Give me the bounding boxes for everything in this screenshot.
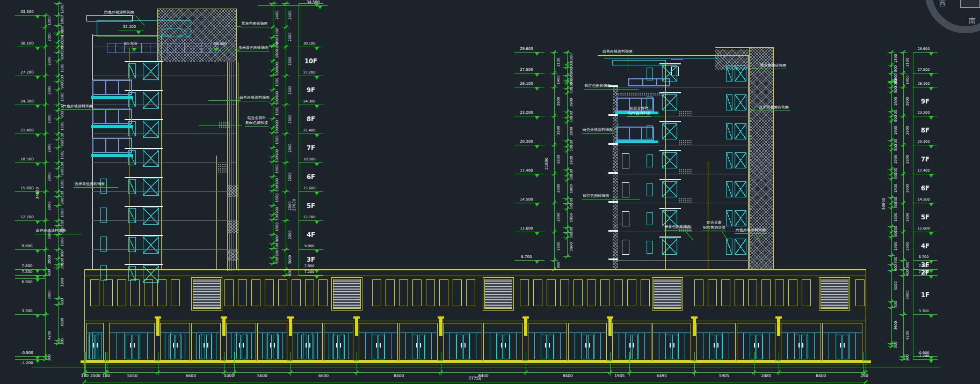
dim-value: 3900 [47,290,52,299]
window-large [143,121,159,138]
elevation-value: 17.400 [520,168,533,173]
total-dimension: 34500 [35,187,40,199]
dim-value: 2900 [905,241,910,250]
dim-value: 600 [275,257,279,263]
storefront-mullion [743,333,744,359]
storefront-mullion [469,333,470,359]
window-large [662,181,677,197]
upper-window-frame [855,279,865,306]
bottom-dim-value: 8400 [563,373,573,378]
floor-line [92,134,236,134]
ledge [608,143,618,145]
window-sill [125,61,163,62]
dim-value: 1900 [569,242,574,252]
elevation-flag-icon [929,270,933,273]
dim-value: 1900 [894,241,898,250]
dim-value: 2900 [905,183,910,193]
line [92,79,132,79]
floor-line [615,203,749,203]
line [299,134,323,134]
dim-value: 900 [60,250,64,257]
door-handle [239,343,240,348]
dim-value: 900 [275,178,279,184]
dim-value: 1500 [60,64,64,73]
viewcube-west-label: 西 [939,0,946,9]
extension-line [610,352,611,376]
upper-window-frame [547,279,556,306]
floor-line [92,76,236,76]
upper-window-frame [627,279,636,306]
podium-band [84,321,866,321]
line [118,80,119,95]
door-handle [464,343,466,348]
dim-value: 1900 [569,184,574,194]
elevation-flag-icon [35,47,40,50]
storefront-frame [568,323,607,360]
leader-line [685,231,694,241]
door-handle [243,343,244,348]
annotation: 白色外墙涂料饰面 [602,49,633,54]
dim-value: 2900 [288,144,292,153]
ledge [608,172,618,174]
dim-value: 2000 [47,33,52,42]
line [748,55,749,269]
storefront-mullion [510,333,510,359]
elevation-line [15,163,45,163]
leader-line [759,69,787,69]
dim-value: 2900 [556,125,561,135]
elevation-flag-icon [136,31,141,34]
storefront-mullion [216,333,216,359]
storefront-mullion [476,333,476,359]
storefront-mullion [140,333,140,359]
window-sill [125,264,163,265]
leader-line [234,26,241,27]
window-large [662,65,677,82]
storefront-mullion [703,333,703,359]
railing-post [193,43,193,53]
extension-line [629,352,630,376]
line [749,47,750,269]
upper-window-frame [788,279,797,306]
viewcube-cube-face[interactable] [960,0,980,8]
dim-value: 1300 [894,54,898,63]
elevation-line [514,145,545,145]
elevation-line [15,76,45,76]
leader-line [653,116,666,116]
window-large [143,208,159,225]
dim-value: 2900 [47,173,52,182]
roof-railing [107,53,219,53]
floor-elevation-value: -1.200 [918,354,930,358]
outer-elevation-value: 3.300 [21,309,32,314]
floor-elevation-value: 20.300 [918,139,930,144]
annotation: 白色外墙涂料饰面 [736,228,766,233]
line [708,161,708,269]
upper-window-frame [292,279,301,306]
upper-window-frame [735,279,744,306]
elevation-line [15,134,45,134]
bottom-dim-value: 250 [860,373,868,378]
upper-window-frame [157,279,166,306]
upper-window-frame [90,279,99,306]
upper-window-frame [386,279,395,306]
leader-line [664,230,692,231]
door-handle [545,343,546,348]
elevation-flag-icon [535,145,539,149]
floor-elevation-value: 17.400 [918,168,930,173]
drawing-canvas[interactable]: 西 南 34.50032.10030.70030.40033.30030.100… [0,0,980,384]
storefront-transom [443,333,482,333]
bottom-dim-value: 6600 [186,373,196,378]
roof-accent [671,59,683,60]
floor-line [615,174,749,174]
extension-line [754,352,754,376]
dim-value: 1200 [47,17,52,26]
slab-dots [679,168,692,174]
window-large [662,239,677,255]
door-handle [549,343,550,348]
elevation-value: 11.600 [520,226,533,231]
upper-window-frame [533,279,542,306]
window-large [143,150,159,167]
line [299,220,323,221]
door-handle [207,343,208,348]
upper-window-frame [748,279,757,306]
storefront-mullion [231,333,231,359]
